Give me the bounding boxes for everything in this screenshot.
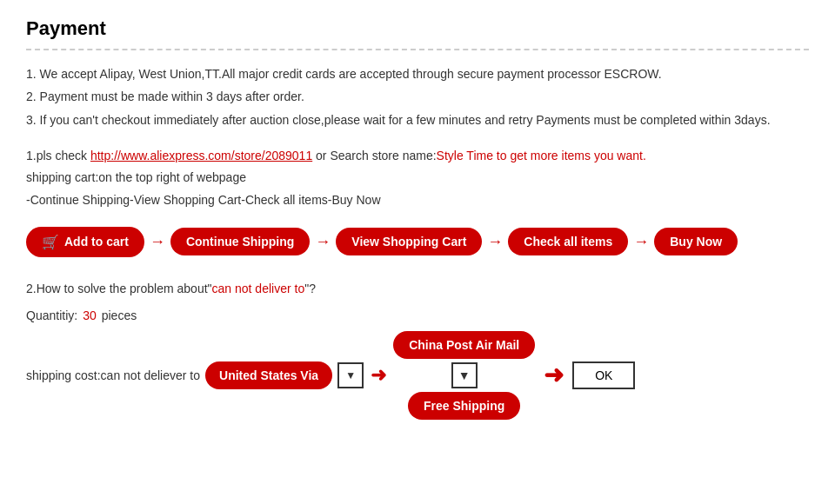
check-all-items-button[interactable]: Check all items <box>508 228 628 255</box>
payment-item-1: 1. We accept Alipay, West Union,TT.All m… <box>26 64 809 83</box>
view-shopping-cart-label: View Shopping Cart <box>351 235 466 249</box>
arrow-4: → <box>633 233 649 251</box>
china-post-label: China Post Air Mail <box>409 338 519 352</box>
problem-end: "? <box>304 282 316 295</box>
shipping-caret-icon: ▼ <box>458 368 471 382</box>
destination-label: United States Via <box>219 368 318 382</box>
or-text: or Search store name: <box>312 149 436 162</box>
problem-highlight: can not deliver to <box>212 282 305 295</box>
shipping-label: shipping cost:can not deliever to <box>26 368 200 382</box>
check-intro-text: 1.pls check <box>26 149 90 162</box>
china-post-button[interactable]: China Post Air Mail <box>393 331 535 359</box>
caret-icon: ▼ <box>345 369 356 381</box>
page-title: Payment <box>26 17 809 50</box>
payment-list: 1. We accept Alipay, West Union,TT.All m… <box>26 64 809 129</box>
cart-icon: 🛒 <box>42 234 59 250</box>
free-shipping-label: Free Shipping <box>424 399 504 413</box>
arrow-3: → <box>487 233 503 251</box>
flow-row: 🛒 Add to cart → Continue Shipping → View… <box>26 227 809 257</box>
buy-now-button[interactable]: Buy Now <box>654 228 738 255</box>
destination-caret[interactable]: ▼ <box>337 362 364 388</box>
add-to-cart-button[interactable]: 🛒 Add to cart <box>26 227 144 257</box>
destination-dropdown[interactable]: United States Via <box>205 361 332 389</box>
quantity-unit: pieces <box>102 308 137 322</box>
ok-button[interactable]: OK <box>572 361 635 389</box>
shipping-options: China Post Air Mail ▼ Free Shipping <box>393 331 535 420</box>
problem-text: 2.How to solve the problem about"can not… <box>26 278 809 300</box>
check-section: 1.pls check http://www.aliexpress.com/st… <box>26 145 809 211</box>
arrow-2: → <box>315 233 331 251</box>
add-to-cart-label: Add to cart <box>64 235 129 249</box>
page-container: Payment 1. We accept Alipay, West Union,… <box>0 0 835 504</box>
arrow-deliver-1: ➜ <box>371 364 386 387</box>
check-all-items-label: Check all items <box>524 235 612 249</box>
view-shopping-cart-button[interactable]: View Shopping Cart <box>336 228 482 255</box>
problem-intro: 2.How to solve the problem about" <box>26 282 212 295</box>
store-link[interactable]: http://www.aliexpress.com/store/2089011 <box>90 149 312 162</box>
store-name: Style Time to get more items you want. <box>437 149 646 162</box>
buy-now-label: Buy Now <box>670 235 722 249</box>
flow-text: -Continue Shipping-View Shopping Cart-Ch… <box>26 189 809 211</box>
payment-item-3: 3. If you can't checkout immediately aft… <box>26 110 809 129</box>
continue-shipping-label: Continue Shipping <box>186 235 294 249</box>
check-intro: 1.pls check http://www.aliexpress.com/st… <box>26 145 809 167</box>
arrow-deliver-2: ➜ <box>544 361 564 389</box>
problem-section: 2.How to solve the problem about"can not… <box>26 278 809 300</box>
continue-shipping-button[interactable]: Continue Shipping <box>170 228 310 255</box>
shipping-method-dropdown[interactable]: ▼ <box>451 362 478 388</box>
quantity-value: 30 <box>83 308 97 322</box>
arrow-1: → <box>150 233 165 251</box>
free-shipping-button[interactable]: Free Shipping <box>408 392 520 420</box>
payment-item-2: 2. Payment must be made within 3 days af… <box>26 87 809 106</box>
quantity-row: Quantitiy:30 pieces <box>26 308 809 322</box>
cart-text: shipping cart:on the top right of webpag… <box>26 167 809 189</box>
quantity-label: Quantitiy: <box>26 308 77 322</box>
deliver-row: shipping cost:can not deliever to United… <box>26 331 809 420</box>
